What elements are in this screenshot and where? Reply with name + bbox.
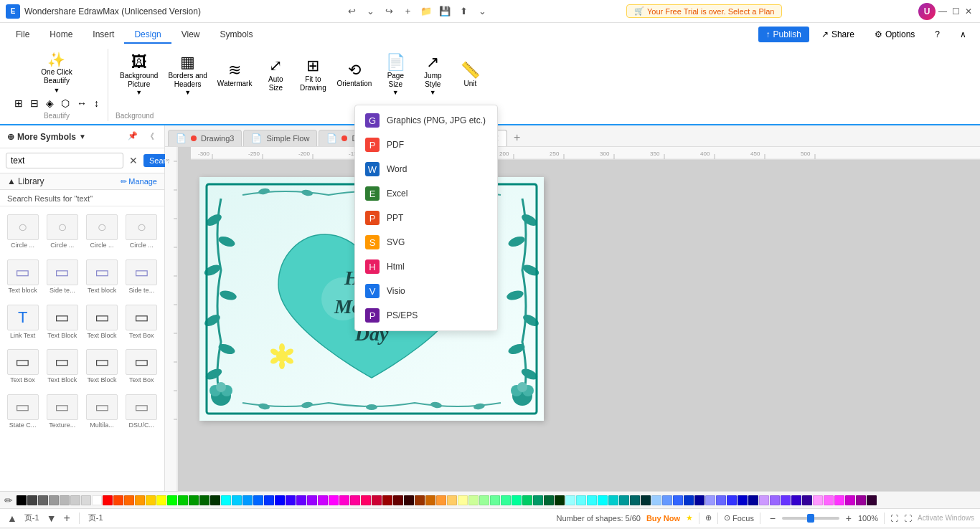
export-option-icon: H [365,259,380,274]
export-option-icon: E [365,186,380,201]
export-option-pdf[interactable]: PPDF [355,133,497,157]
export-option-ppt[interactable]: PPPT [355,206,497,230]
export-option-label: SVG [387,237,405,247]
export-dropdown: GGraphics (PNG, JPG etc.)PPDFWWordEExcel… [354,105,498,331]
export-option-word[interactable]: WWord [355,157,497,181]
export-option-excel[interactable]: EExcel [355,181,497,206]
export-option-icon: S [365,235,380,249]
export-option-html[interactable]: HHtml [355,254,497,279]
export-option-label: Excel [387,189,407,199]
export-option-icon: G [365,113,380,128]
export-option-graphics--png--jpg-etc--[interactable]: GGraphics (PNG, JPG etc.) [355,108,497,133]
export-option-ps-eps[interactable]: PPS/EPS [355,303,497,328]
export-option-label: PS/EPS [387,310,418,320]
export-option-label: PPT [387,213,403,223]
export-option-label: Word [387,164,407,174]
export-option-icon: P [365,138,380,152]
export-option-icon: V [365,284,380,298]
export-option-label: Html [387,262,405,272]
export-option-visio[interactable]: VVisio [355,279,497,303]
export-option-label: PDF [387,140,404,150]
export-option-label: Graphics (PNG, JPG etc.) [387,115,486,125]
export-option-svg[interactable]: SSVG [355,230,497,254]
export-option-icon: W [365,162,380,176]
export-option-icon: P [365,211,380,225]
export-option-icon: P [365,308,380,323]
export-option-label: Visio [387,286,405,296]
